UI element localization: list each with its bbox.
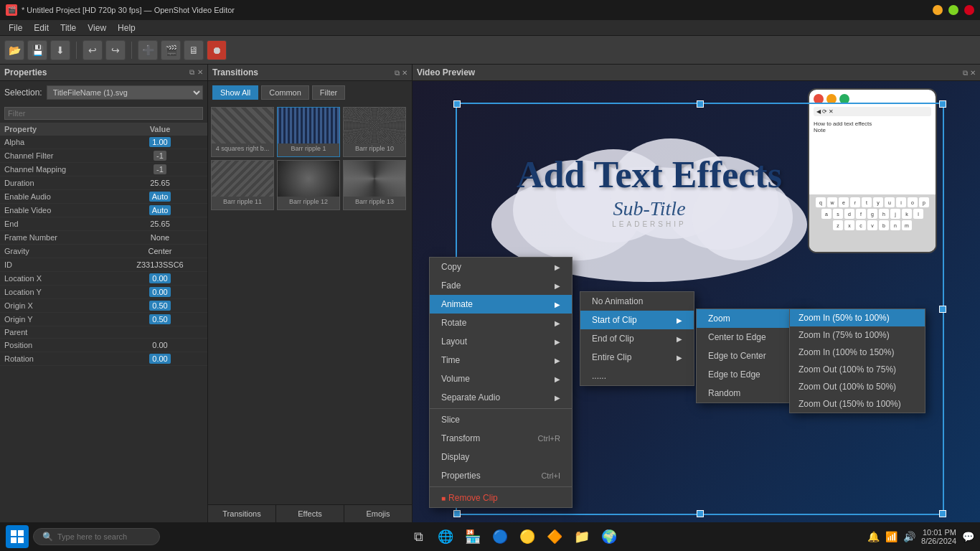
handle-top-right[interactable] [939, 100, 946, 108]
properties-close-button[interactable]: ✕ [197, 68, 203, 77]
prop-value-channel-mapping[interactable]: -1 [154, 164, 166, 174]
handle-top-middle[interactable] [697, 100, 704, 108]
prop-value-end[interactable]: 25.65 [150, 220, 170, 228]
bottom-tab-emojis[interactable]: Emojis [344, 505, 412, 522]
minimize-button[interactable]: — [933, 5, 943, 15]
prop-value-alpha[interactable]: 1.00 [149, 137, 170, 147]
ctx-rotate[interactable]: Rotate ▶ [430, 314, 572, 332]
video-cloud-subtitle: Sub-Title [470, 197, 829, 220]
search-bar[interactable]: 🔍 [33, 528, 160, 545]
transitions-panel: Transitions ⧉ ✕ Show All Common Filter 4… [208, 65, 413, 522]
undo-button[interactable]: ↩ [83, 40, 103, 60]
submenu-no-animation[interactable]: No Animation [580, 292, 694, 311]
zoom-50-100[interactable]: Zoom In (50% to 100%) [790, 309, 925, 326]
search-input[interactable] [57, 532, 151, 541]
notifications-button[interactable]: 💬 [962, 531, 974, 542]
start-button[interactable] [6, 525, 29, 548]
ctx-animate[interactable]: Animate ▶ [430, 295, 572, 314]
ctx-slice[interactable]: Slice [430, 410, 572, 429]
menu-title[interactable]: Title [55, 22, 82, 34]
zoom-out-100-75[interactable]: Zoom Out (100% to 75%) [790, 361, 925, 378]
zoom-100-150[interactable]: Zoom In (100% to 150%) [790, 344, 925, 361]
ctx-separate-audio[interactable]: Separate Audio ▶ [430, 388, 572, 407]
submenu-entire-clip[interactable]: Entire Clip ▶ [580, 348, 694, 367]
prop-value-enable-audio[interactable]: Auto [149, 192, 171, 202]
ctx-display[interactable]: Display [430, 448, 572, 466]
tab-common[interactable]: Common [261, 85, 309, 100]
zoom-out-150-100[interactable]: Zoom Out (150% to 100%) [790, 395, 925, 413]
handle-middle-right[interactable] [939, 306, 946, 313]
ctx-transform[interactable]: Transform Ctrl+R [430, 429, 572, 448]
handle-bottom-left[interactable] [453, 510, 461, 517]
menu-edit[interactable]: Edit [28, 22, 55, 34]
properties-float-button[interactable]: ⧉ [189, 68, 194, 77]
tab-filter[interactable]: Filter [312, 85, 345, 100]
zoom-out-100-50[interactable]: Zoom Out (100% to 50%) [790, 378, 925, 395]
prop-value-gravity[interactable]: Center [148, 247, 171, 255]
bottom-tab-transitions[interactable]: Transitions [208, 505, 276, 522]
close-button[interactable]: ✕ [964, 5, 974, 15]
clip-button[interactable]: 🎬 [161, 40, 181, 60]
taskbar-edge[interactable]: 🌐 [434, 525, 457, 548]
taskbar-files[interactable]: 📁 [570, 525, 593, 548]
add-button[interactable]: ➕ [138, 40, 158, 60]
clock[interactable]: 10:01 PM 8/26/2024 [921, 528, 956, 545]
prop-value-origin-x[interactable]: 0.50 [149, 301, 170, 311]
menu-view[interactable]: View [82, 22, 112, 34]
video-close-button[interactable]: ✕ [970, 69, 976, 77]
selection-dropdown[interactable]: TitleFileName (1).svg [47, 85, 203, 100]
volume-icon[interactable]: 🔊 [903, 531, 915, 542]
filter-input[interactable] [4, 107, 203, 120]
handle-bottom-right[interactable] [939, 510, 946, 517]
ctx-remove-clip[interactable]: ■ Remove Clip [430, 489, 572, 507]
preview-button[interactable]: 🖥 [184, 40, 204, 60]
transitions-close-button[interactable]: ✕ [402, 69, 407, 77]
ctx-fade[interactable]: Fade ▶ [430, 276, 572, 295]
redo-button[interactable]: ↪ [105, 40, 126, 60]
prop-value-rotation[interactable]: 0.00 [149, 354, 170, 364]
transition-barr-ripple-12[interactable]: Barr ripple 12 [277, 160, 340, 210]
submenu-end-of-clip[interactable]: End of Clip ▶ [580, 329, 694, 348]
zoom-75-100[interactable]: Zoom In (75% to 100%) [790, 326, 925, 344]
prop-value-enable-video[interactable]: Auto [149, 205, 171, 215]
transition-4squares[interactable]: 4 squares right b... [211, 107, 274, 157]
submenu-start-of-clip[interactable]: Start of Clip ▶ [580, 311, 694, 329]
prop-value-location-y[interactable]: 0.00 [149, 287, 170, 297]
video-float-button[interactable]: ⧉ [963, 69, 968, 77]
ctx-layout[interactable]: Layout ▶ [430, 332, 572, 351]
notification-icon[interactable]: 🔔 [867, 531, 880, 542]
transitions-float-button[interactable]: ⧉ [395, 69, 400, 77]
taskbar-task-view[interactable]: ⧉ [407, 525, 430, 548]
transition-barr-ripple-13[interactable]: Barr ripple 13 [343, 160, 406, 210]
transition-barr-ripple-11[interactable]: Barr ripple 11 [211, 160, 274, 210]
prop-value-duration[interactable]: 25.65 [150, 179, 170, 187]
ctx-properties[interactable]: Properties Ctrl+I [430, 466, 572, 485]
prop-value-frame-number[interactable]: None [151, 233, 169, 242]
ctx-copy[interactable]: Copy ▶ [430, 258, 572, 276]
transition-barr-ripple-1[interactable]: Barr ripple 1 [277, 107, 340, 157]
taskbar-globe[interactable]: 🌍 [598, 525, 621, 548]
import-button[interactable]: ⬇ [50, 40, 70, 60]
prop-value-location-x[interactable]: 0.00 [149, 273, 170, 283]
taskbar-chrome[interactable]: 🔵 [489, 525, 512, 548]
save-button[interactable]: 💾 [27, 40, 47, 60]
menu-help[interactable]: Help [112, 22, 141, 34]
prop-value-position[interactable]: 0.00 [152, 341, 167, 349]
ctx-time[interactable]: Time ▶ [430, 351, 572, 369]
taskbar-store[interactable]: 🏪 [461, 525, 484, 548]
handle-top-left[interactable] [453, 100, 461, 108]
taskbar-app2[interactable]: 🔶 [543, 525, 566, 548]
open-button[interactable]: 📂 [4, 40, 24, 60]
record-button[interactable]: ⏺ [207, 40, 227, 60]
taskbar-app1[interactable]: 🟡 [516, 525, 539, 548]
maximize-button[interactable]: □ [948, 5, 958, 15]
prop-value-channel-filter[interactable]: -1 [154, 151, 166, 161]
handle-bottom-middle[interactable] [697, 510, 704, 517]
tab-show-all[interactable]: Show All [212, 85, 258, 100]
transition-barr-ripple-10[interactable]: Barr ripple 10 [343, 107, 406, 157]
menu-file[interactable]: File [3, 22, 28, 34]
prop-value-origin-y[interactable]: 0.50 [149, 314, 170, 324]
network-icon[interactable]: 📶 [885, 531, 897, 542]
ctx-volume[interactable]: Volume ▶ [430, 369, 572, 388]
bottom-tab-effects[interactable]: Effects [276, 505, 344, 522]
